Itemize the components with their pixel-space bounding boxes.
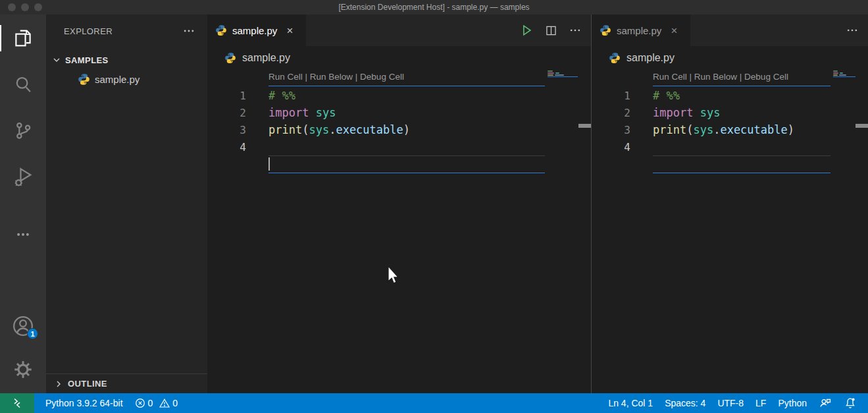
language-mode-status[interactable]: Python [772,393,813,413]
code-token: ) [403,123,410,136]
file-item-sample-py[interactable]: sample.py [46,70,207,88]
code-line[interactable]: 3print(sys.executable) [207,121,591,138]
codelens-link[interactable]: Run Cell [653,72,687,82]
feedback-button[interactable] [813,393,838,413]
code-token: sys [309,123,329,136]
tab-sample-py[interactable]: sample.py × [207,14,306,46]
run-debug-icon [12,165,34,188]
window-title: [Extension Development Host] - sample.py… [338,3,529,12]
breadcrumb-file[interactable]: sample.py [626,52,675,64]
problems-status[interactable]: 0 0 [129,393,188,413]
section-label: OUTLINE [68,379,107,389]
eol-status[interactable]: LF [750,393,772,413]
line-content: print(sys.executable) [630,123,794,136]
feedback-icon [819,397,832,410]
more-views-button[interactable] [0,219,46,250]
line-number: 3 [592,124,630,136]
scrollbar-cursor-marker[interactable] [578,124,591,128]
python-icon [224,52,236,64]
code-line[interactable]: 2import sys [207,104,591,121]
code-token: sys [700,106,721,119]
code-line[interactable]: 3print(sys.executable) [592,121,868,138]
line-content: import sys [630,106,720,119]
sidebar-section-samples[interactable]: SAMPLES [46,52,207,68]
search-view-button[interactable] [0,69,46,100]
python-interpreter-status[interactable]: Python 3.9.2 64-bit [39,393,129,413]
codelens-separator: | [353,72,360,82]
codelens-link[interactable]: Run Cell [268,72,303,82]
zoom-window-button[interactable] [34,3,42,11]
code-editor[interactable]: Run Cell | Run Below | Debug Cell 1# %%2… [592,70,868,393]
code-token: print [268,123,302,136]
code-lines: 1# %%2import sys3print(sys.executable)4 [592,87,868,155]
breadcrumb[interactable]: sample.py [207,46,591,70]
cell-border-top [268,86,545,86]
code-line[interactable]: 4 [592,138,868,155]
code-token: ( [686,123,693,136]
status-bar: Python 3.9.2 64-bit 0 0 Ln 4, Col 1 Spac… [0,393,868,413]
indentation-label: Spaces: 4 [665,398,705,408]
more-actions-button[interactable] [846,24,859,37]
code-line[interactable]: 2import sys [592,104,868,121]
cell-border-bottom [653,173,830,173]
codelens-link[interactable]: Debug Cell [360,72,404,82]
files-icon [12,27,34,49]
explorer-actions-button[interactable] [182,24,195,38]
code-line[interactable]: 1# %% [207,87,591,104]
tab-bar: sample.py × [592,14,868,46]
cursor-position-label: Ln 4, Col 1 [608,398,653,408]
section-label: SAMPLES [65,55,109,65]
language-label: Python [778,398,807,408]
warning-count: 0 [172,398,178,408]
indentation-status[interactable]: Spaces: 4 [659,393,711,413]
scrollbar-cursor-marker[interactable] [855,124,868,128]
code-token: executable [720,123,787,136]
remote-indicator[interactable] [0,393,34,413]
codelens-link[interactable]: Run Below [310,72,353,82]
close-tab-icon[interactable]: × [286,25,293,36]
close-window-button[interactable] [8,3,16,11]
run-python-file-button[interactable] [519,23,534,38]
code-line[interactable]: 1# %% [592,87,868,104]
code-line[interactable]: 4 [207,138,591,155]
split-editor-button[interactable] [544,24,558,38]
code-token: # %% [268,89,295,102]
source-control-icon [12,119,34,142]
explorer-view-button[interactable] [0,22,46,54]
close-tab-icon[interactable]: × [671,25,677,36]
codelens-link[interactable]: Run Below [694,72,737,82]
encoding-status[interactable]: UTF-8 [711,393,750,413]
cursor-position-status[interactable]: Ln 4, Col 1 [602,393,659,413]
encoding-label: UTF-8 [717,398,744,408]
code-editor[interactable]: Run Cell | Run Below | Debug Cell 1# %%2… [207,70,591,393]
manage-settings-button[interactable] [0,354,46,385]
error-icon [135,398,145,408]
code-token: sys [316,106,336,119]
minimap[interactable] [833,70,855,77]
more-actions-button[interactable] [569,24,582,37]
accounts-button[interactable]: 1 [0,310,46,342]
python-icon [215,24,227,36]
editor-group-2: sample.py × [592,14,868,393]
text-cursor [268,157,270,171]
codelens: Run Cell | Run Below | Debug Cell [653,72,788,82]
source-control-view-button[interactable] [0,115,46,146]
breadcrumb[interactable]: sample.py [592,46,868,70]
warning-icon [159,398,170,408]
chevron-down-icon [51,55,62,65]
breadcrumb-file[interactable]: sample.py [242,52,290,64]
minimap[interactable] [548,70,578,77]
tab-sample-py[interactable]: sample.py × [592,14,690,46]
codelens-separator: | [303,72,310,82]
tab-bar: sample.py × [207,14,591,46]
activity-bar: 1 [0,14,46,393]
code-token: # %% [653,89,680,102]
minimize-window-button[interactable] [21,3,29,11]
line-number: 2 [592,107,630,119]
line-content: # %% [630,89,680,102]
explorer-sidebar: EXPLORER SAMPLES sample.py [46,14,207,393]
codelens-link[interactable]: Debug Cell [744,72,788,82]
notifications-button[interactable] [838,393,863,413]
run-debug-view-button[interactable] [0,161,46,192]
sidebar-section-outline[interactable]: OUTLINE [46,373,207,393]
